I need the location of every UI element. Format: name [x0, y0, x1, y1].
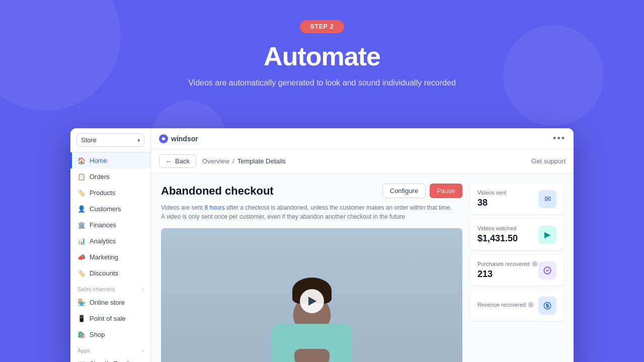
- logo-text: windsor: [171, 135, 198, 143]
- store-selector[interactable]: Store: [70, 128, 150, 152]
- campaign-actions: Configure Pause: [382, 184, 462, 198]
- play-button[interactable]: [300, 289, 324, 313]
- right-column: Videos sent 38 ✉ Videos watched $1,431.5…: [470, 184, 564, 362]
- nav-products[interactable]: 🏷️ Products: [70, 185, 150, 201]
- finances-icon: 🏛️: [77, 221, 86, 229]
- configure-button[interactable]: Configure: [382, 184, 426, 198]
- more-button[interactable]: •••: [553, 133, 566, 144]
- nav-orders[interactable]: 📋 Orders: [70, 168, 150, 185]
- nav-home[interactable]: 🏠 Home: [70, 152, 150, 168]
- stat-card-purchases-recovered: Purchases recovered i 213: [470, 255, 564, 286]
- stat-revenue-recovered-icon: [538, 297, 556, 315]
- products-icon: 🏷️: [77, 189, 86, 197]
- pause-button[interactable]: Pause: [430, 184, 462, 198]
- header-section: STEP 2 Automate Videos are automatically…: [0, 0, 644, 87]
- stat-revenue-recovered-label: Revenue recovered i: [477, 302, 534, 308]
- nav-shopify-email-label: Shopify Email: [90, 360, 129, 363]
- breadcrumb-current: Template Details: [237, 157, 286, 165]
- play-triangle-icon: [308, 297, 316, 306]
- page-content-inner: Abandoned checkout Configure Pause Video…: [161, 184, 564, 362]
- stat-videos-sent-label: Videos sent: [477, 190, 506, 196]
- page-content: Abandoned checkout Configure Pause Video…: [151, 173, 574, 362]
- recovered-svg-icon: [543, 266, 552, 275]
- apps-header[interactable]: Apps ›: [70, 342, 150, 355]
- point-of-sale-icon: 📱: [77, 314, 86, 322]
- stat-revenue-recovered-info: Revenue recovered i: [477, 302, 534, 310]
- stat-card-videos-sent: Videos sent 38 ✉: [470, 184, 564, 214]
- campaign-desc-line1: Videos are sent 8 hours after a checkout…: [161, 203, 462, 212]
- stat-card-videos-watched: Videos watched $1,431.50 ▶: [470, 219, 564, 250]
- stat-videos-watched-label: Videos watched: [477, 225, 518, 231]
- analytics-icon: 📊: [77, 237, 86, 245]
- stat-purchases-recovered-icon: [538, 261, 556, 280]
- nav-point-of-sale-label: Point of sale: [90, 315, 126, 322]
- content-header: ← Back Overview / Template Details Get s…: [151, 149, 574, 173]
- nav-orders-label: Orders: [90, 173, 110, 180]
- purchases-recovered-info-icon[interactable]: i: [532, 261, 538, 267]
- nav-shop-label: Shop: [90, 331, 105, 338]
- online-store-icon: 🏪: [77, 298, 86, 306]
- nav-customers[interactable]: 👤 Customers: [70, 201, 150, 217]
- logo-svg: [161, 136, 166, 141]
- nav-discounts[interactable]: 🏷️ Discounts: [70, 265, 150, 281]
- orders-icon: 📋: [77, 172, 86, 180]
- discounts-icon: 🏷️: [77, 269, 86, 277]
- store-select[interactable]: Store: [76, 133, 144, 147]
- stat-purchases-recovered-value: 213: [477, 269, 538, 280]
- nav-shop[interactable]: 🛍️ Shop: [70, 326, 150, 342]
- topbar-right: •••: [553, 133, 566, 144]
- nav-online-store-label: Online store: [90, 299, 125, 306]
- shopify-email-icon: ✉️: [77, 359, 86, 362]
- app-window: Store 🏠 Home 📋 Orders 🏷️ Products 👤 Cust…: [70, 128, 574, 362]
- sales-channels-label: Sales channels: [77, 286, 115, 292]
- highlight-hours: 8 hours: [205, 204, 225, 211]
- nav-point-of-sale[interactable]: 📱 Point of sale: [70, 310, 150, 326]
- campaign-header: Abandoned checkout Configure Pause: [161, 184, 462, 198]
- campaign-title: Abandoned checkout: [161, 185, 274, 198]
- apps-expand-icon: ›: [142, 348, 143, 353]
- breadcrumb-overview[interactable]: Overview: [202, 157, 229, 165]
- windsor-logo: windsor: [159, 134, 198, 143]
- nav-shopify-email[interactable]: ✉️ Shopify Email: [70, 355, 150, 362]
- stat-card-revenue-recovered: Revenue recovered i: [470, 291, 564, 321]
- stat-purchases-recovered-info: Purchases recovered i 213: [477, 261, 538, 280]
- back-button-label: Back: [175, 157, 190, 165]
- nav-analytics-label: Analytics: [90, 237, 116, 245]
- stat-purchases-recovered-label: Purchases recovered i: [477, 261, 538, 267]
- breadcrumb-separator: /: [232, 157, 234, 165]
- stat-videos-sent-info: Videos sent 38: [477, 190, 506, 208]
- nav-customers-label: Customers: [90, 205, 121, 213]
- page-title: Automate: [0, 41, 644, 71]
- stat-videos-watched-icon: ▶: [538, 226, 556, 244]
- nav-online-store[interactable]: 🏪 Online store: [70, 294, 150, 310]
- step-badge: STEP 2: [300, 20, 344, 33]
- nav-analytics[interactable]: 📊 Analytics: [70, 233, 150, 249]
- back-button[interactable]: ← Back: [159, 154, 196, 168]
- get-support-button[interactable]: Get support: [531, 157, 566, 165]
- campaign-desc-line2: A video is only sent once per customer, …: [161, 212, 462, 221]
- stat-videos-sent-icon: ✉: [538, 190, 556, 208]
- nav-home-label: Home: [90, 157, 107, 164]
- nav-finances-label: Finances: [90, 221, 116, 229]
- customers-icon: 👤: [77, 205, 86, 213]
- stat-videos-sent-value: 38: [477, 198, 506, 208]
- topbar-left: windsor: [159, 134, 198, 143]
- revenue-recovered-info-icon[interactable]: i: [528, 302, 534, 308]
- video-container[interactable]: [161, 228, 462, 362]
- nav-marketing-label: Marketing: [90, 253, 118, 261]
- stat-videos-watched-info: Videos watched $1,431.50: [477, 225, 518, 244]
- nav-discounts-label: Discounts: [90, 269, 118, 277]
- person-hands: [294, 349, 330, 362]
- logo-icon: [159, 134, 168, 143]
- nav-finances[interactable]: 🏛️ Finances: [70, 217, 150, 233]
- campaign-description: Videos are sent 8 hours after a checkout…: [161, 203, 462, 221]
- marketing-icon: 📣: [77, 253, 86, 261]
- stat-videos-watched-value: $1,431.50: [477, 233, 518, 244]
- home-icon: 🏠: [77, 156, 86, 164]
- svg-point-0: [162, 137, 165, 140]
- nav-marketing[interactable]: 📣 Marketing: [70, 249, 150, 265]
- breadcrumb: Overview / Template Details: [202, 157, 286, 165]
- topbar: windsor •••: [151, 128, 574, 149]
- sales-channels-header[interactable]: Sales channels ›: [70, 281, 150, 294]
- sidebar: Store 🏠 Home 📋 Orders 🏷️ Products 👤 Cust…: [70, 128, 151, 362]
